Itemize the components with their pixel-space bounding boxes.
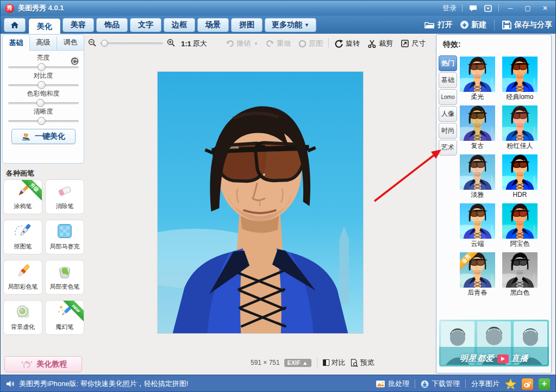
- category-label: 时尚: [441, 126, 454, 135]
- message-center-icon[interactable]: [483, 4, 493, 13]
- saturation-slider-knob[interactable]: [36, 99, 45, 107]
- tab-collage[interactable]: 拼图: [231, 18, 263, 32]
- tab-beautify[interactable]: 美化: [29, 18, 60, 35]
- zoom-original-button[interactable]: 原大: [193, 39, 207, 48]
- blur-lens-icon: [14, 302, 32, 321]
- add-share-icon[interactable]: +: [539, 378, 550, 390]
- tab-advanced[interactable]: 高级: [30, 35, 57, 51]
- category-basic[interactable]: 基础: [439, 72, 457, 88]
- minimize-button[interactable]: ─: [504, 4, 516, 13]
- effect-label: 云端: [460, 239, 495, 250]
- original-image-button[interactable]: 原图: [298, 39, 323, 48]
- download-manager-button[interactable]: 下载管理: [421, 379, 460, 389]
- save-share-button[interactable]: 保存与分享: [502, 20, 552, 30]
- compare-button[interactable]: 对比: [323, 358, 346, 368]
- resize-button[interactable]: 尺寸: [401, 39, 426, 48]
- brush-cutout-pen[interactable]: 抠图笔: [3, 220, 42, 254]
- tab-label: 饰品: [104, 20, 120, 30]
- open-button[interactable]: 打开: [424, 20, 453, 30]
- rotate-label: 旋转: [346, 39, 360, 48]
- brightness-slider[interactable]: [8, 66, 79, 69]
- effect-elegant[interactable]: 淡雅: [460, 154, 495, 201]
- tab-cosmetic[interactable]: 美容: [63, 18, 94, 32]
- brightness-slider-knob[interactable]: [38, 63, 46, 71]
- category-hot[interactable]: 热门: [439, 55, 457, 71]
- category-label: 人像: [441, 109, 454, 119]
- exif-badge[interactable]: EXIF ▲: [284, 359, 311, 367]
- reset-icon[interactable]: [71, 57, 79, 65]
- login-link[interactable]: 登录: [442, 3, 457, 13]
- maximize-button[interactable]: ▢: [522, 4, 534, 13]
- zoom-in-icon[interactable]: [166, 38, 176, 49]
- brush-label: 局部彩色笔: [4, 283, 42, 291]
- brush-background-blur[interactable]: 背景虚化: [3, 300, 42, 335]
- tab-basic[interactable]: 基础: [3, 35, 30, 51]
- contrast-slider-knob[interactable]: [38, 81, 46, 89]
- close-button[interactable]: ✕: [539, 4, 551, 13]
- saturation-slider[interactable]: [8, 102, 79, 104]
- contrast-slider[interactable]: [8, 84, 79, 86]
- share-pictures-button[interactable]: 分享图片: [471, 379, 499, 389]
- beautify-tutorial-button[interactable]: 美化教程: [4, 356, 82, 372]
- open-label: 打开: [438, 20, 453, 30]
- divider: [328, 39, 329, 48]
- chevron-down-icon[interactable]: ▼: [254, 41, 258, 46]
- effect-cloud[interactable]: 云端: [460, 203, 495, 250]
- eraser-icon: [55, 182, 74, 200]
- sharpness-slider-knob[interactable]: [38, 117, 46, 125]
- promo-banner[interactable]: 明星都爱 直播: [439, 320, 549, 366]
- zoom-slider[interactable]: [100, 42, 163, 45]
- status-notice-text: 美图秀秀iPhone版: 帮你快速美化照片，轻松搞定拼图!: [19, 379, 188, 389]
- effect-thumbnail: [460, 203, 495, 239]
- brush-label: 局部马赛克: [46, 242, 84, 251]
- undo-button[interactable]: 撤销 ▼: [226, 39, 258, 48]
- effect-label: 后青春: [460, 288, 495, 298]
- preview-button[interactable]: 预览: [350, 358, 374, 368]
- feedback-icon[interactable]: [468, 4, 478, 13]
- effect-post-youth[interactable]: 会员 后青春: [460, 252, 495, 298]
- brush-local-mosaic[interactable]: 局部马赛克: [45, 220, 84, 254]
- qzone-icon[interactable]: [505, 378, 516, 390]
- brush-eraser-pen[interactable]: 消除笔: [45, 179, 84, 214]
- tab-color-tone[interactable]: 调色: [57, 35, 84, 51]
- one-key-beautify-button[interactable]: 一键美化: [11, 129, 76, 144]
- tab-accessories[interactable]: 饰品: [96, 18, 128, 32]
- effect-label: 粉红佳人: [502, 141, 538, 152]
- title-bar: 秀 美图秀秀 4.0.1 登录 ─ ▢ ✕: [1, 1, 555, 16]
- one-key-label: 一键美化: [35, 132, 65, 141]
- effect-abao-color[interactable]: 阿宝色: [502, 203, 538, 250]
- redo-button[interactable]: 重做: [266, 39, 291, 48]
- color-brush-icon: [14, 262, 32, 281]
- batch-process-button[interactable]: 批处理: [376, 379, 409, 389]
- effect-soft-light[interactable]: 柔光: [460, 57, 495, 103]
- rotate-button[interactable]: 旋转: [334, 39, 360, 48]
- effect-hdr[interactable]: HDR: [502, 154, 538, 201]
- effect-pink-lady[interactable]: 粉红佳人: [502, 105, 538, 152]
- effect-classic-lomo[interactable]: 经典lomo: [502, 57, 538, 103]
- category-lomo[interactable]: Lomo: [439, 89, 457, 105]
- effect-black-white[interactable]: 黑白色: [502, 252, 538, 298]
- zoom-slider-handle[interactable]: [101, 40, 108, 47]
- status-notice[interactable]: 美图秀秀iPhone版: 帮你快速美化照片，轻松搞定拼图!: [6, 379, 188, 389]
- category-fashion[interactable]: 时尚: [439, 123, 457, 139]
- sharpness-slider[interactable]: [8, 120, 79, 122]
- category-portrait[interactable]: 人像: [439, 106, 457, 122]
- tab-border[interactable]: 边框: [164, 18, 195, 32]
- brush-local-color-pen[interactable]: 局部彩色笔: [3, 260, 42, 295]
- zoom-out-icon[interactable]: [88, 38, 97, 49]
- tab-text[interactable]: 文字: [130, 18, 161, 32]
- banner-text-left: 明星都爱: [460, 353, 495, 364]
- tab-scene[interactable]: 场景: [197, 18, 229, 32]
- tab-more-features[interactable]: 更多功能▼: [265, 18, 316, 32]
- brush-local-recolor-pen[interactable]: 局部变色笔: [45, 260, 84, 295]
- brush-magic-pen[interactable]: new 魔幻笔: [45, 300, 84, 335]
- weibo-icon[interactable]: [522, 378, 533, 390]
- home-button[interactable]: [4, 18, 26, 32]
- effect-label: 淡雅: [460, 190, 495, 201]
- effect-retro[interactable]: 复古: [460, 105, 495, 152]
- crop-button[interactable]: 裁剪: [367, 39, 393, 48]
- photo-canvas[interactable]: [157, 71, 364, 334]
- brush-doodle-pen[interactable]: 升级 涂鸦笔: [3, 179, 42, 214]
- new-button[interactable]: + 新建: [460, 20, 486, 30]
- category-art[interactable]: 艺术: [439, 140, 457, 155]
